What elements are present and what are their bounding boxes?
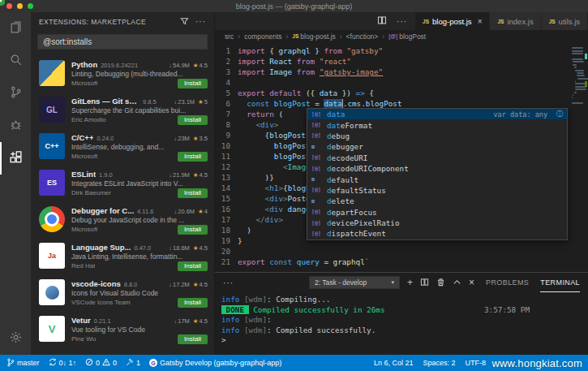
activity-settings[interactable] bbox=[0, 322, 31, 355]
star-icon bbox=[193, 135, 200, 142]
install-button[interactable]: Install bbox=[178, 152, 208, 162]
extension-list-item[interactable]: ES ESLint 1.9.0 21.9M 4.5 Integrates ESL… bbox=[31, 165, 214, 201]
close-panel-icon[interactable]: × bbox=[469, 278, 474, 287]
git-branch-indicator[interactable]: master bbox=[6, 358, 40, 369]
editor-tab[interactable]: utils.js × bbox=[542, 12, 588, 30]
close-window-button[interactable] bbox=[6, 3, 12, 9]
install-button[interactable]: Install bbox=[178, 188, 208, 198]
editor-more-actions-icon[interactable]: ··· bbox=[397, 17, 407, 26]
panel-tab[interactable]: PROBLEMS bbox=[486, 273, 529, 292]
extension-list-item[interactable]: GL GitLens — Git su... 9.8.5 23.1M 5 Sup… bbox=[31, 92, 214, 128]
suggestion-item[interactable]: ⊞delete bbox=[307, 196, 567, 206]
activity-source-control[interactable] bbox=[0, 77, 31, 110]
code-line[interactable]: 3import Image from "gatsby-image" bbox=[215, 67, 588, 77]
extension-publisher: VSCode Icons Team bbox=[71, 299, 131, 306]
extension-publisher: Dirk Baeumer bbox=[71, 189, 111, 196]
encoding-indicator[interactable]: UTF-8 bbox=[466, 359, 487, 367]
extension-installs: 17.2M bbox=[169, 281, 190, 288]
extension-version: 0.21.1 bbox=[94, 317, 111, 325]
extensions-search-input[interactable] bbox=[37, 34, 208, 50]
suggestion-item[interactable]: ⊞debugger bbox=[307, 141, 567, 152]
suggestion-item[interactable]: ⊞default bbox=[307, 174, 567, 184]
extension-list-item[interactable]: V Vetur 0.21.1 17M 4.5 Vue tooling for V… bbox=[31, 311, 214, 347]
suggestion-item[interactable]: [@]decodeURIComponent bbox=[307, 163, 567, 174]
terminal-select[interactable]: 2: Task - develop ▾ bbox=[309, 276, 400, 289]
zoom-window-button[interactable] bbox=[28, 3, 33, 9]
breadcrumb-item[interactable]: src bbox=[225, 32, 244, 41]
extension-logo-icon bbox=[39, 60, 65, 86]
install-button[interactable]: Install bbox=[178, 298, 208, 308]
debug-icon bbox=[9, 118, 23, 135]
suggestion-item[interactable]: [@]datavar data: anyⓘ bbox=[307, 109, 567, 119]
read-more-icon[interactable]: ⓘ bbox=[556, 110, 563, 119]
extension-list-item[interactable]: C++ C/C++ 0.24.0 23M 3.5 IntelliSense, d… bbox=[31, 128, 214, 165]
filter-icon[interactable] bbox=[180, 17, 189, 28]
extension-version: 2019.6.24221 bbox=[101, 62, 138, 69]
editor-tab[interactable]: index.js × bbox=[490, 12, 541, 30]
activity-search[interactable] bbox=[0, 45, 31, 77]
suggestion-item[interactable]: [@]dispatchEvent bbox=[307, 228, 567, 239]
code-line[interactable]: 2import React from "react" bbox=[215, 56, 588, 67]
extension-list-item[interactable]: Debugger for C... 4.11.6 20.6M 4 Debug y… bbox=[31, 201, 214, 238]
terminal-line: info [wdm]: Compiled successfully. bbox=[221, 326, 582, 336]
activity-explorer[interactable] bbox=[0, 12, 31, 45]
minimap[interactable] bbox=[570, 44, 588, 272]
extension-list-item[interactable]: Python 2019.6.24221 54.9M 4.5 Linting, D… bbox=[31, 55, 214, 92]
code-line[interactable]: 5export default ({ data }) => { bbox=[215, 88, 588, 98]
indentation-indicator[interactable]: Spaces: 2 bbox=[423, 359, 455, 367]
install-button[interactable]: Install bbox=[178, 115, 208, 125]
code-line[interactable]: 4 bbox=[215, 77, 588, 88]
gatsby-develop-indicator[interactable]: G Gatsby Develop (gatsby-graphql-app) bbox=[149, 359, 281, 367]
problems-indicator[interactable]: 0 0 bbox=[85, 358, 117, 368]
extension-list-item[interactable]: Ja Language Sup... 0.47.0 18.6M 4.5 Java… bbox=[31, 238, 214, 274]
task-indicator[interactable]: 1 bbox=[126, 358, 140, 368]
suggestion-item[interactable]: [@]decodeURI bbox=[307, 153, 567, 163]
panel-tab[interactable]: TERMINAL bbox=[540, 273, 580, 292]
branch-icon bbox=[6, 358, 15, 369]
cursor-position[interactable]: Ln 6, Col 21 bbox=[374, 359, 414, 367]
star-icon bbox=[193, 317, 200, 325]
extension-description: Java Linting, Intellisense, formattin... bbox=[71, 252, 208, 261]
suggestion-item[interactable]: [@]defaultStatus bbox=[307, 185, 567, 196]
breadcrumb-item[interactable]: [@] blogPost bbox=[388, 32, 426, 41]
minimize-window-button[interactable] bbox=[17, 3, 23, 9]
editor-tab[interactable]: blog-post.js × bbox=[415, 12, 490, 30]
breadcrumb-item[interactable]: JS blog-post.js bbox=[292, 32, 346, 41]
maximize-panel-icon[interactable] bbox=[453, 275, 461, 290]
sync-indicator[interactable]: 0↓ 1↑ bbox=[49, 358, 77, 368]
code-line[interactable]: 21export const query = graphql` bbox=[215, 257, 588, 267]
install-button[interactable]: Install bbox=[178, 79, 208, 88]
extension-description: IntelliSense, debugging, and... bbox=[71, 143, 208, 151]
close-tab-icon[interactable]: × bbox=[478, 17, 483, 26]
breadcrumb-item[interactable]: components bbox=[244, 32, 292, 41]
extension-list-item[interactable]: vscode-icons 8.8.0 17.2M 4.5 Icons for V… bbox=[31, 274, 214, 311]
keyword-symbol-icon: ⊞ bbox=[311, 198, 323, 205]
suggestion-item[interactable]: [@]dateFormat bbox=[307, 119, 567, 130]
chevron-down-icon: ▾ bbox=[392, 279, 395, 286]
code-line[interactable]: 20 bbox=[215, 246, 588, 257]
panel-more-icon[interactable]: ··· bbox=[223, 278, 234, 287]
split-editor-icon[interactable] bbox=[377, 14, 387, 28]
code-line[interactable]: 1import { graphql } from "gatsby" bbox=[215, 45, 588, 56]
more-actions-icon[interactable]: ··· bbox=[195, 18, 206, 26]
suggestion-item[interactable]: [@]devicePixelRatio bbox=[307, 218, 567, 228]
code-editor[interactable]: 1import { graphql } from "gatsby"2import… bbox=[215, 42, 588, 272]
suggestion-item[interactable]: [@]debug bbox=[307, 131, 567, 141]
split-terminal-icon[interactable] bbox=[420, 275, 429, 290]
suggestion-item[interactable]: [@]departFocus bbox=[307, 207, 567, 218]
activity-extensions[interactable] bbox=[0, 142, 31, 175]
js-file-icon bbox=[497, 19, 504, 24]
kill-terminal-icon[interactable] bbox=[436, 275, 445, 290]
breadcrumb-item[interactable]: <function> bbox=[346, 32, 389, 41]
terminal-output[interactable]: info [wdm]: Compiling... DONE Compiled s… bbox=[215, 292, 588, 355]
install-button[interactable]: Install bbox=[178, 261, 208, 271]
activity-debug[interactable] bbox=[0, 110, 31, 142]
install-button[interactable]: Install bbox=[178, 334, 208, 344]
tab-bar-actions: ··· bbox=[377, 12, 415, 30]
new-terminal-icon[interactable]: + bbox=[407, 278, 413, 287]
install-button[interactable]: Install bbox=[178, 225, 208, 235]
window-title: blog-post.js — (gatsby-graphql-app) bbox=[236, 2, 353, 11]
extension-publisher: Eric Amodio bbox=[71, 116, 106, 123]
extension-version: 8.8.0 bbox=[124, 281, 138, 288]
star-icon bbox=[193, 171, 200, 179]
